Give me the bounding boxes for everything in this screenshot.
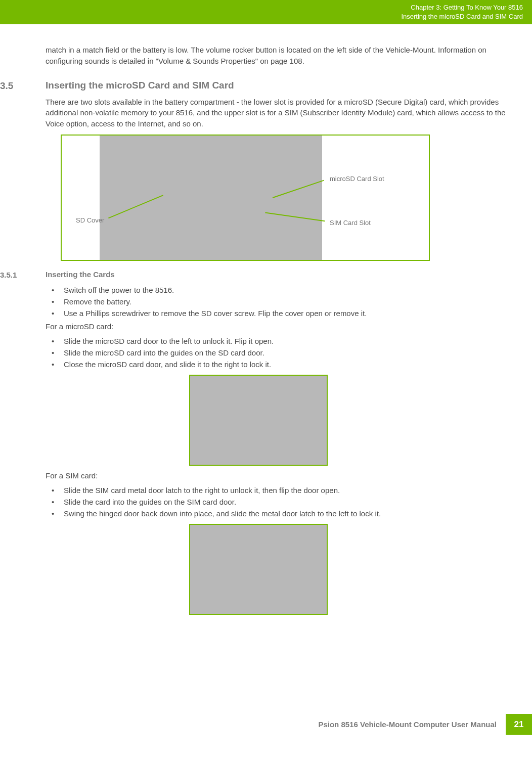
list-item: •Slide the card into the guides on the S…: [46, 496, 507, 508]
bullet-list-b: •Slide the microSD card door to the left…: [46, 335, 507, 371]
figure-label-microsd-slot: microSD Card Slot: [330, 175, 384, 183]
subsection-number: 3.5.1: [0, 270, 46, 279]
list-item-text: Remove the battery.: [64, 296, 507, 307]
bullet-icon: •: [46, 335, 64, 347]
bullet-icon: •: [46, 307, 64, 319]
section-3-5-paragraph: There are two slots available in the bat…: [46, 97, 507, 129]
header-chapter-line: Chapter 3: Getting To Know Your 8516: [401, 3, 523, 12]
list-item-text: Switch off the power to the 8516.: [64, 284, 507, 296]
figure-label-sim-slot: SIM Card Slot: [330, 219, 371, 227]
list-item-text: Slide the microSD card door to the left …: [64, 335, 507, 347]
figure-label-sd-cover: SD Cover: [76, 216, 104, 224]
footer-page-number: 21: [506, 714, 532, 735]
page-footer: Psion 8516 Vehicle-Mount Computer User M…: [309, 714, 532, 735]
list-item-text: Slide the microSD card into the guides o…: [64, 347, 507, 359]
section-number: 3.5: [0, 80, 46, 92]
bullet-icon: •: [46, 296, 64, 307]
for-sim-line: For a SIM card:: [46, 470, 507, 481]
bullet-icon: •: [46, 496, 64, 508]
list-item-text: Slide the SIM card metal door latch to t…: [64, 484, 507, 496]
bullet-icon: •: [46, 484, 64, 496]
list-item: •Slide the microSD card into the guides …: [46, 347, 507, 359]
list-item: •Slide the SIM card metal door latch to …: [46, 484, 507, 496]
list-item-text: Slide the card into the guides on the SI…: [64, 496, 507, 508]
bullet-icon: •: [46, 359, 64, 370]
figure-microsd-door: [189, 375, 328, 466]
list-item: •Slide the microSD card door to the left…: [46, 335, 507, 347]
bullet-list-c: •Slide the SIM card metal door latch to …: [46, 484, 507, 520]
intro-continuation-paragraph: match in a match field or the battery is…: [46, 44, 507, 67]
list-item-text: Use a Phillips screwdriver to remove the…: [64, 307, 507, 319]
page-content: match in a match field or the battery is…: [0, 24, 532, 615]
list-item: •Close the microSD card door, and slide …: [46, 359, 507, 370]
bullet-icon: •: [46, 347, 64, 359]
footer-manual-title: Psion 8516 Vehicle-Mount Computer User M…: [309, 714, 506, 735]
bullet-list-a: •Switch off the power to the 8516. •Remo…: [46, 284, 507, 320]
list-item-text: Close the microSD card door, and slide i…: [64, 359, 507, 370]
list-item: •Use a Phillips screwdriver to remove th…: [46, 307, 507, 319]
list-item: •Switch off the power to the 8516.: [46, 284, 507, 296]
bullet-icon: •: [46, 284, 64, 296]
section-title: Inserting the microSD Card and SIM Card: [46, 80, 234, 92]
figure-card-slots: SD Cover microSD Card Slot SIM Card Slot: [61, 135, 430, 261]
bullet-icon: •: [46, 508, 64, 519]
figure-sim-door: [189, 524, 328, 615]
subsection-title: Inserting the Cards: [46, 270, 115, 279]
page-header: Chapter 3: Getting To Know Your 8516 Ins…: [0, 0, 532, 24]
section-3-5-1-heading: 3.5.1 Inserting the Cards: [0, 270, 517, 279]
for-microsd-line: For a microSD card:: [46, 321, 507, 332]
list-item: •Swing the hinged door back down into pl…: [46, 508, 507, 519]
figure-photo-placeholder: [100, 136, 322, 260]
header-section-line: Inserting the microSD Card and SIM Card: [401, 12, 523, 21]
list-item: •Remove the battery.: [46, 296, 507, 307]
section-3-5-heading: 3.5 Inserting the microSD Card and SIM C…: [0, 80, 517, 92]
list-item-text: Swing the hinged door back down into pla…: [64, 508, 507, 519]
